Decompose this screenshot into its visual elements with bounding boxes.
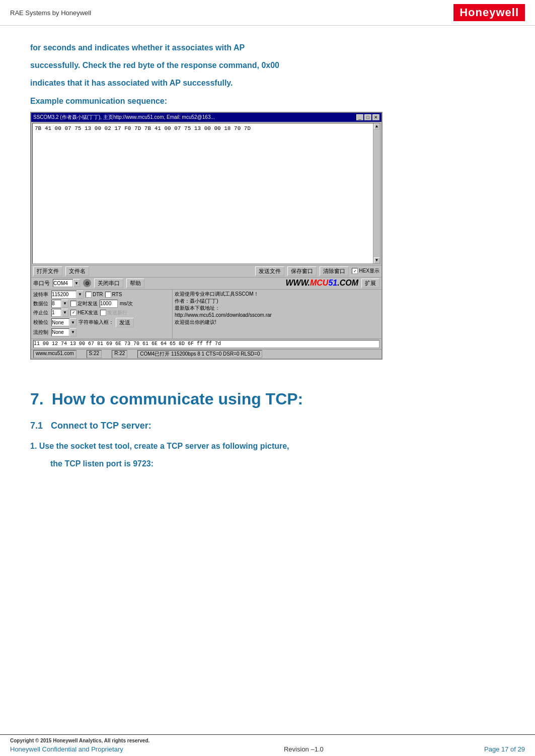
section7-1-title: Connect to TCP server: [51, 421, 151, 431]
stopbits-combo: ▼ [51, 309, 68, 317]
win-maximize-btn[interactable]: □ [364, 114, 371, 120]
header-title: RAE Systems by Honeywell [10, 9, 91, 17]
send-file-btn[interactable]: 发送文件 [255, 266, 284, 276]
timer-unit: ms/次 [120, 300, 133, 307]
section7-container: 7. How to communicate using TCP: [30, 375, 505, 415]
intro-line2: successfully. Check the red byte of the … [30, 58, 505, 72]
terminal-scrollbar[interactable]: ▲ ▼ [373, 123, 380, 263]
footer-bottom-row: Honeywell Confidential and Proprietary R… [10, 745, 525, 753]
hex-display-group: ✓ HEX显示 [352, 267, 379, 274]
win-minimize-btn[interactable]: _ [356, 114, 363, 120]
flow-dropdown-btn[interactable]: ▼ [69, 328, 77, 336]
honeywell-logo: Honeywell [453, 4, 525, 21]
send-newline-checkbox[interactable] [100, 310, 106, 316]
baud-input[interactable] [51, 291, 77, 299]
rts-checkbox-group: RTS [105, 292, 122, 298]
section7-1-heading-row: 7.1 Connect to TCP server: [30, 415, 505, 435]
flow-row: 流控制 ▼ [33, 328, 170, 336]
timer-value-input[interactable] [100, 300, 118, 308]
status-com: COM4已打开 115200bps 8 1 CTS=0 DSR=0 RLSD=0 [137, 350, 262, 358]
parity-dropdown-btn[interactable]: ▼ [69, 318, 77, 326]
flow-label: 流控制 [33, 329, 49, 336]
save-window-btn[interactable]: 保存窗口 [287, 266, 317, 276]
hex-send-checkbox[interactable]: ✓ [70, 310, 77, 316]
section7-number: 7. [30, 390, 44, 408]
footer-page: Page 17 of 29 [484, 745, 525, 753]
params-area: 波特率 ▼ DTR RTS 数据位 [31, 289, 381, 338]
open-file-btn[interactable]: 打开文件 [33, 266, 62, 276]
info-line3: 最新版本下载地址： [175, 305, 379, 312]
timer-send-label: 定时发送 [78, 300, 98, 307]
send-newline-label: 发送新行 [107, 309, 127, 316]
databits-input[interactable] [51, 300, 61, 308]
port-label: 串口号 [33, 280, 50, 287]
win-titlebar-text: SSCOM3.2 (作者聂小猛(丁丁), 主页http://www.mcu51.… [33, 114, 215, 121]
step1-text2: the TCP listen port is 9723: [50, 457, 505, 470]
dtr-checkbox-group: DTR [86, 292, 103, 298]
help-btn[interactable]: 帮助 [126, 279, 144, 288]
intro-line3: indicates that it has associated with AP… [30, 76, 505, 90]
scroll-up-btn[interactable]: ▲ [374, 123, 380, 129]
timer-send-checkbox[interactable] [70, 301, 77, 307]
hex-send-group: ✓ HEX发送 [70, 309, 98, 316]
info-line2: 作者：聂小猛(丁丁) [175, 298, 379, 305]
win-close-btn[interactable]: ✕ [372, 114, 379, 120]
port-input[interactable] [53, 279, 73, 287]
gear-icon-group: ⚙ [83, 279, 91, 287]
sscom-window-screenshot: SSCOM3.2 (作者聂小猛(丁丁), 主页http://www.mcu51.… [30, 112, 383, 360]
footer-revision: Revision –1.0 [284, 745, 324, 753]
parity-combo: ▼ [51, 318, 77, 326]
char-input-label: 字符串输入框： [79, 319, 114, 326]
databits-combo: ▼ [51, 300, 68, 308]
port-combo: ▼ [53, 279, 80, 287]
flow-input[interactable] [51, 328, 69, 336]
stopbits-input[interactable] [51, 309, 61, 317]
rts-checkbox[interactable] [105, 292, 111, 298]
flow-combo: ▼ [51, 328, 77, 336]
dtr-checkbox[interactable] [86, 292, 92, 298]
expand-btn[interactable]: 扩展 [361, 279, 379, 288]
hex-display-checkbox[interactable]: ✓ [352, 268, 358, 274]
terminal-area: 7B 41 00 07 75 13 00 02 17 F0 7D 7B 41 0… [32, 123, 380, 264]
close-port-btn[interactable]: 关闭串口 [94, 279, 123, 288]
send-newline-group: 发送新行 [100, 309, 127, 316]
page-footer: Copyright © 2015 Honeywell Analytics, Al… [0, 734, 535, 756]
hex-display-label: HEX显示 [359, 267, 379, 274]
intro-line4: Example communication sequence: [30, 94, 505, 108]
send-btn[interactable]: 发送 [116, 318, 134, 327]
port-dropdown-btn[interactable]: ▼ [73, 279, 80, 287]
parity-label: 校验位 [33, 319, 49, 326]
main-content: for seconds and indicates whether it ass… [0, 26, 535, 490]
footer-confidential: Honeywell Confidential and Proprietary [10, 745, 123, 753]
file-name-btn[interactable]: 文件名 [65, 266, 89, 276]
info-line4: http://www.mcu51.com/download/sscom.rar [175, 312, 379, 319]
toolbar-row2: 串口号 ▼ ⚙ 关闭串口 帮助 WWW.MCU51.COM 扩展 [31, 277, 381, 289]
databits-row: 数据位 ▼ 定时发送 ms/次 [33, 300, 170, 308]
params-left: 波特率 ▼ DTR RTS 数据位 [31, 290, 172, 338]
win-statusbar: www.mcu51.com S:22 R:22 COM4已打开 115200bp… [31, 349, 381, 359]
stopbits-dropdown-btn[interactable]: ▼ [61, 309, 68, 317]
win-titlebar: SSCOM3.2 (作者聂小猛(丁丁), 主页http://www.mcu51.… [31, 113, 381, 122]
clear-window-btn[interactable]: 清除窗口 [320, 266, 349, 276]
info-line1: 欢迎使用专业串口调试工具SSCOM！ [175, 291, 379, 298]
cmd-input-row [31, 338, 381, 349]
parity-input[interactable] [51, 318, 69, 326]
section7-1-number: 7.1 [30, 421, 43, 431]
databits-dropdown-btn[interactable]: ▼ [61, 300, 68, 308]
scroll-down-btn[interactable]: ▼ [374, 257, 380, 263]
status-s: S:22 [87, 350, 102, 358]
section7-heading-row: 7. How to communicate using TCP: [30, 375, 505, 415]
toolbar-row1: 打开文件 文件名 发送文件 保存窗口 清除窗口 ✓ HEX显示 [31, 265, 381, 277]
mcu-logo: WWW.MCU51.COM [285, 279, 358, 288]
stopbits-label: 停止位 [33, 309, 49, 316]
page-header: RAE Systems by Honeywell Honeywell [0, 0, 535, 26]
baud-label: 波特率 [33, 291, 49, 298]
status-website: www.mcu51.com [33, 350, 77, 358]
footer-copyright: Copyright © 2015 Honeywell Analytics, Al… [10, 738, 525, 743]
status-r: R:22 [112, 350, 127, 358]
cmd-input-field[interactable] [33, 340, 379, 348]
parity-row: 校验位 ▼ 字符串输入框： 发送 [33, 318, 170, 327]
baud-dropdown-btn[interactable]: ▼ [77, 291, 84, 299]
baud-combo: ▼ [51, 291, 84, 299]
rts-label: RTS [112, 292, 122, 297]
